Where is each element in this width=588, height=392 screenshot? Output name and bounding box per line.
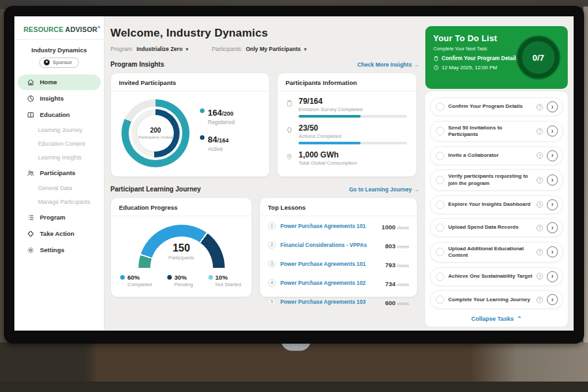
registered-legend-item: 164/200 Registered: [200, 106, 235, 125]
sidebar-item-take-action[interactable]: Take Action: [18, 226, 101, 242]
program-filter[interactable]: Program: Industrialize Zero ▾: [110, 46, 188, 52]
program-insights-header: Program Insights Check More Insights →: [110, 61, 419, 68]
chevron-right-icon[interactable]: ›: [547, 271, 558, 282]
go-to-learning-journey-link[interactable]: Go to Learning Journey →: [349, 186, 419, 193]
sidebar-item-learning-insights[interactable]: Learning Insights: [14, 151, 104, 165]
task-checkbox[interactable]: [436, 201, 444, 209]
participants-information-card: Participants Information 79/164 Emission…: [277, 73, 417, 177]
actions-completed-label: Actions Completed: [299, 133, 407, 139]
education-progress-legend: 60% Completed 30% Pending 10% Not Starte…: [111, 268, 252, 287]
logo-text-resource: RESOURCE: [24, 25, 63, 33]
sidebar-item-insights[interactable]: Insights: [18, 91, 101, 106]
main-content: Welcome, Industry Dynamics Program: Indu…: [105, 16, 425, 331]
program-filter-value: Industrialize Zero: [137, 46, 182, 52]
sidebar-item-settings[interactable]: Settings: [18, 242, 101, 258]
sidebar-item-label: Participants: [40, 169, 75, 176]
sidebar-item-general-data[interactable]: General Data: [14, 182, 104, 195]
task-checkbox[interactable]: [436, 176, 444, 184]
help-icon[interactable]: ?: [536, 152, 543, 159]
app-logo: RESOURCE ADVISOR+: [14, 16, 104, 40]
registered-total: /200: [222, 110, 234, 117]
task-checkbox[interactable]: [436, 223, 444, 232]
education-progress-title: Education Progress: [111, 198, 252, 216]
emission-survey-value: 79/164: [299, 97, 407, 106]
task-send-invitations[interactable]: Send 50 Invitations to Participants ? ›: [430, 121, 563, 142]
help-icon[interactable]: ?: [536, 273, 543, 280]
lesson-rank: 1: [268, 222, 276, 230]
sidebar-item-education[interactable]: Education: [18, 107, 101, 123]
help-icon[interactable]: ?: [536, 128, 543, 135]
help-icon[interactable]: ?: [536, 177, 543, 184]
sidebar-item-label: Insights: [40, 95, 63, 102]
sidebar-item-program[interactable]: Program: [18, 210, 101, 225]
pin-icon: [286, 153, 293, 161]
help-icon[interactable]: ?: [536, 297, 543, 303]
task-upload-spend-data[interactable]: Upload Spend Data Records ? ›: [430, 218, 563, 237]
participants-filter[interactable]: Participants: Only My Participants ▾: [212, 46, 306, 52]
active-total: /164: [217, 137, 229, 144]
task-upload-educational-content[interactable]: Upload Additional Educational Content ? …: [430, 242, 563, 263]
task-explore-insights[interactable]: Explore Your Insights Dashboard ? ›: [430, 195, 563, 214]
chevron-down-icon: ▾: [186, 46, 188, 52]
help-icon[interactable]: ?: [536, 104, 543, 110]
sidebar-item-home[interactable]: Home: [18, 74, 101, 90]
lesson-link[interactable]: Financial Considerations - VPPAs: [280, 242, 380, 248]
program-insights-title: Program Insights: [110, 61, 164, 68]
chevron-right-icon[interactable]: ›: [547, 101, 558, 112]
logo-text-advisor: ADVISOR: [65, 25, 97, 33]
sponsor-badge-label: Sponsor: [53, 59, 73, 65]
chevron-right-icon[interactable]: ›: [547, 150, 558, 161]
insights-cards-row: Invited Participants 200 Participants In…: [110, 73, 419, 177]
task-checkbox[interactable]: [436, 295, 444, 304]
chevron-right-icon[interactable]: ›: [547, 125, 558, 137]
chevron-right-icon[interactable]: ›: [547, 294, 558, 305]
emission-survey-label: Emission Survey Completed: [299, 106, 407, 112]
not-started-dot: [208, 275, 213, 280]
lesson-link[interactable]: Power Purchase Agreements 102: [280, 280, 380, 286]
sidebar-item-manage-participants[interactable]: Manage Participants: [14, 195, 104, 209]
program-filter-label: Program:: [110, 46, 133, 52]
actions-completed-row: 23/50 Actions Completed: [286, 123, 407, 144]
help-icon[interactable]: ?: [536, 225, 543, 231]
gauge-label: Participants: [139, 255, 225, 261]
sidebar-item-participants[interactable]: Participants: [18, 165, 101, 181]
actions-completed-value: 23/50: [299, 123, 407, 133]
task-achieve-sustainability-target[interactable]: Achieve One Sustainability Target ? ›: [430, 267, 563, 286]
gauge-value: 150: [172, 242, 190, 253]
sidebar-item-education-content[interactable]: Education Content: [14, 137, 104, 151]
arrow-right-icon: →: [414, 186, 419, 193]
lesson-link[interactable]: Power Purchase Agreements 103: [280, 299, 380, 305]
chevron-right-icon[interactable]: ›: [547, 222, 558, 233]
collapse-tasks-link[interactable]: Collapse Tasks ⌃: [430, 314, 563, 323]
help-icon[interactable]: ?: [536, 249, 543, 255]
todo-summary-panel: Your To Do List Complete Your Next Task:…: [425, 26, 568, 89]
task-checkbox[interactable]: [436, 272, 444, 281]
check-more-insights-link[interactable]: Check More Insights →: [357, 61, 419, 68]
participants-information-body: 79/164 Emission Survey Completed 23/50 A…: [278, 91, 416, 166]
clipboard-icon: [433, 56, 439, 61]
lesson-link[interactable]: Power Purchase Agreements 101: [280, 223, 377, 229]
task-checkbox[interactable]: [436, 103, 444, 111]
lesson-rank: 3: [268, 260, 276, 268]
task-complete-learning-journey[interactable]: Complete Your Learning Journey ? ›: [430, 290, 563, 309]
learning-journey-header: Participant Learning Journey Go to Learn…: [110, 186, 419, 193]
chevron-right-icon[interactable]: ›: [547, 246, 558, 257]
lesson-link[interactable]: Power Purchase Agreements 101: [280, 261, 380, 267]
task-verify-participants[interactable]: Verify participants requesting to join t…: [430, 169, 563, 191]
emission-survey-bar-fill: [299, 115, 361, 118]
task-checkbox[interactable]: [436, 248, 444, 256]
chevron-right-icon[interactable]: ›: [547, 174, 558, 186]
home-icon: [27, 78, 35, 86]
task-confirm-program-details[interactable]: Confirm Your Program Details ? ›: [430, 97, 563, 116]
task-checkbox[interactable]: [436, 152, 444, 160]
sponsor-badge: Sponsor: [39, 57, 80, 68]
consumption-label: Total Global Consumption: [299, 160, 407, 166]
todo-progress-value: 0/7: [532, 53, 544, 63]
sidebar-item-label: Home: [40, 78, 57, 86]
sidebar-item-learning-journey[interactable]: Learning Journey: [14, 123, 104, 137]
chevron-right-icon[interactable]: ›: [547, 199, 558, 210]
task-checkbox[interactable]: [436, 127, 444, 135]
help-icon[interactable]: ?: [536, 201, 543, 208]
task-invite-collaborator[interactable]: Invite a Collaborator ? ›: [430, 146, 563, 165]
active-label: Active: [208, 146, 235, 152]
